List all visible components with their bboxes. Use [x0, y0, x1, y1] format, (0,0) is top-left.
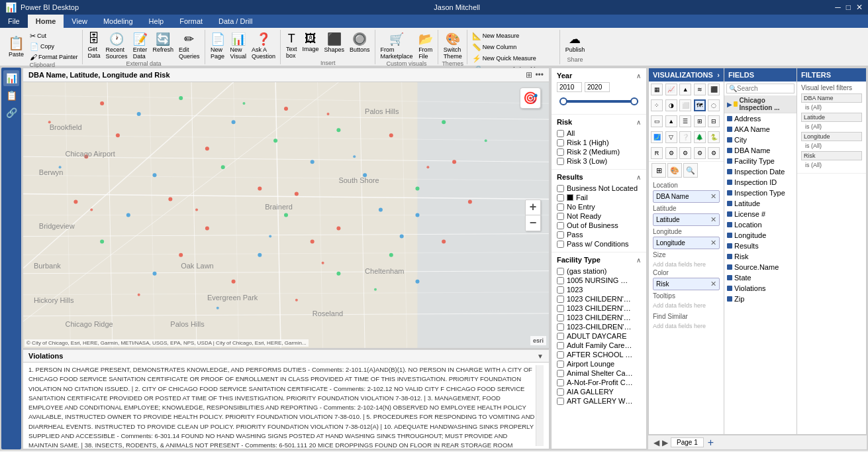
page-add-btn[interactable]: + [708, 437, 714, 449]
field-item[interactable]: Zip [724, 294, 796, 304]
viz-icon-decomp[interactable]: 🌲 [694, 131, 706, 143]
cut-btn[interactable]: ✂Cut [28, 31, 79, 41]
field-item[interactable]: DBA Name [724, 145, 796, 156]
risk-option-low[interactable]: Risk 3 (Low) [557, 156, 641, 166]
result-pass[interactable]: Pass [557, 230, 641, 239]
field-item[interactable]: Latitude [724, 198, 796, 209]
viz-expand-btn[interactable]: › [717, 71, 720, 79]
recent-sources-btn[interactable]: 🕐RecentSources [104, 31, 130, 60]
facility-type-option[interactable]: Adult Family Care Center [557, 341, 641, 350]
tab-home[interactable]: Home [28, 15, 64, 28]
longitude-remove[interactable]: ✕ [710, 239, 716, 247]
map-dots-icon[interactable]: ••• [535, 70, 544, 80]
viz-icon-card[interactable]: ▭ [651, 115, 663, 127]
slider-thumb-right[interactable] [630, 97, 638, 105]
risk-chip[interactable]: Risk ✕ [653, 278, 720, 290]
image-btn[interactable]: 🖼Image [301, 31, 321, 53]
viz-icon-filled-map[interactable]: 🗾 [651, 131, 663, 143]
facility-type-option[interactable]: 1023 CHILDERN'S SERV... [557, 304, 641, 313]
edit-queries-btn[interactable]: ✏EditQueries [177, 31, 202, 60]
model-view-btn[interactable]: 🔗 [3, 105, 19, 121]
shapes-btn[interactable]: ⬛Shapes [322, 31, 347, 54]
viz-icon-funnel[interactable]: ▽ [665, 131, 677, 143]
table-name-row[interactable]: ▶ Chicago Inspection ... [724, 95, 796, 113]
zoom-in-btn[interactable]: + [525, 199, 541, 215]
new-visual-btn[interactable]: 📊NewVisual [228, 31, 248, 60]
field-item[interactable]: License # [724, 209, 796, 219]
risk-option-all[interactable]: All [557, 129, 641, 138]
result-out-of-business[interactable]: Out of Business [557, 221, 641, 230]
viz-icon-r-visual[interactable]: R [651, 147, 663, 159]
switch-theme-btn[interactable]: 🎨SwitchTheme [442, 31, 464, 60]
zoom-out-btn[interactable]: − [525, 215, 541, 231]
field-item[interactable]: State [724, 272, 796, 283]
facility-type-option[interactable]: A-Not-For-Profit Chef T... [557, 378, 641, 387]
dba-name-chip[interactable]: DBA Name ✕ [653, 190, 720, 203]
result-fail[interactable]: Fail [557, 193, 641, 202]
facility-type-option[interactable]: 1023-CHILDREN'S SERV... [557, 322, 641, 331]
fields-search-input[interactable] [737, 85, 792, 92]
year-slider[interactable] [559, 97, 638, 105]
tab-modeling[interactable]: Modeling [95, 15, 141, 28]
viz-icon-line[interactable]: 📈 [665, 84, 677, 95]
maximize-btn[interactable]: □ [846, 3, 851, 12]
enter-data-btn[interactable]: 📝EnterData [131, 31, 150, 60]
field-item[interactable]: Longitude [724, 230, 796, 241]
field-item[interactable]: Facility Type [724, 156, 796, 166]
result-pass-conditions[interactable]: Pass w/ Conditions [557, 239, 641, 249]
latitude-chip[interactable]: Latitude ✕ [653, 213, 720, 226]
viz-icon-area[interactable]: ▲ [679, 84, 691, 95]
field-item[interactable]: Violations [724, 283, 796, 294]
new-column-btn[interactable]: 📏New Column [471, 42, 518, 52]
facility-type-option[interactable]: AFTER SCHOOL PROGR... [557, 350, 641, 359]
risk-remove[interactable]: ✕ [710, 280, 716, 288]
page-next-btn[interactable]: ▶ [662, 438, 668, 447]
viz-icon-ribbon[interactable]: ≋ [694, 84, 706, 95]
facility-type-option[interactable]: ADULT DAYCARE [557, 331, 641, 341]
facility-type-option[interactable]: 1023 CHILDERN'S SERV... [557, 294, 641, 304]
field-item[interactable]: Inspection Type [724, 188, 796, 198]
facility-type-option[interactable]: (gas station) [557, 266, 641, 276]
field-item[interactable]: City [724, 135, 796, 145]
risk-all-checkbox[interactable] [557, 130, 564, 137]
from-file-btn[interactable]: 📂FromFile [416, 31, 435, 60]
results-collapse-btn[interactable]: ∧ [636, 174, 641, 181]
facility-type-collapse-btn[interactable]: ∧ [636, 256, 641, 264]
year-collapse-btn[interactable]: ∧ [636, 72, 641, 80]
violations-scroll[interactable]: ▼ [537, 353, 544, 360]
viz-icon-table[interactable]: ⊞ [694, 115, 706, 127]
result-not-ready[interactable]: Not Ready [557, 211, 641, 221]
viz-icon-qanda[interactable]: ❔ [679, 131, 691, 143]
viz-analytics-tab[interactable]: 🔍 [683, 163, 698, 178]
viz-format-tab[interactable]: 🎨 [667, 163, 682, 178]
dba-name-remove[interactable]: ✕ [710, 192, 716, 201]
get-data-btn[interactable]: 🗄GetData [86, 31, 103, 60]
year-max-input[interactable] [585, 82, 610, 92]
viz-icon-stacked-bar[interactable]: ▦ [651, 84, 663, 95]
field-item[interactable]: Location [724, 219, 796, 230]
risk-option-medium[interactable]: Risk 2 (Medium) [557, 147, 641, 156]
fields-search[interactable]: 🔍 [726, 84, 795, 93]
viz-fields-tab[interactable]: ⊞ [651, 163, 666, 178]
page-prev-btn[interactable]: ◀ [653, 438, 659, 447]
field-item[interactable]: Address [724, 113, 796, 124]
risk-option-high[interactable]: Risk 1 (High) [557, 138, 641, 147]
viz-icon-pie[interactable]: ◑ [665, 99, 677, 111]
publish-btn[interactable]: ☁Publish [563, 31, 587, 54]
from-marketplace-btn[interactable]: 🛒FromMarketplace [379, 31, 415, 60]
result-no-entry[interactable]: No Entry [557, 202, 641, 211]
viz-icon-py[interactable]: 🐍 [708, 131, 720, 143]
field-item[interactable]: Results [724, 241, 796, 251]
viz-icon-gauge[interactable]: ◌ [708, 99, 720, 111]
tab-file[interactable]: File [0, 15, 28, 28]
map-body[interactable]: Brookfield Berwyn Bridgeview Burbank Hic… [23, 82, 549, 348]
field-item[interactable]: AKA Name [724, 124, 796, 135]
facility-type-option[interactable]: 1005 NURSING HOME [557, 276, 641, 285]
new-page-btn[interactable]: 📄NewPage [209, 31, 227, 60]
year-min-input[interactable] [557, 82, 582, 92]
new-measure-btn[interactable]: 📐New Measure [471, 31, 521, 41]
field-item[interactable]: Risk [724, 251, 796, 262]
buttons-btn[interactable]: 🔘Buttons [348, 31, 372, 54]
viz-icon-waterfall[interactable]: ⬛ [708, 84, 720, 95]
risk-low-checkbox[interactable] [557, 158, 564, 165]
